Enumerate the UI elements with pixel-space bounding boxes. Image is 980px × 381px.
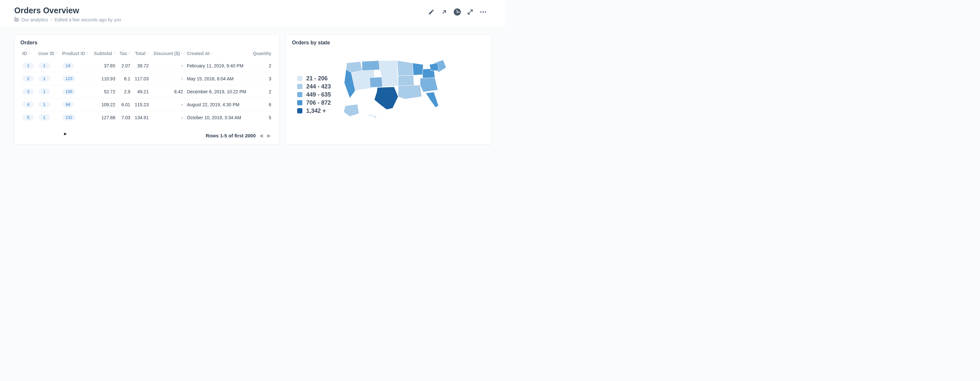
orders-card: Orders ID^ User ID^ Product ID^ Subtotal… (14, 34, 279, 144)
user-id-pill[interactable]: 1 (38, 114, 50, 121)
cell-total: 49.21 (132, 85, 151, 98)
map-legend: 21 - 206244 - 423449 - 635706 - 8721,342… (292, 62, 331, 114)
col-id[interactable]: ID^ (21, 49, 37, 59)
user-id-pill[interactable]: 1 (38, 76, 50, 82)
orders-by-state-card: Orders by state 21 - 206244 - 423449 - 6… (286, 34, 491, 144)
cell-subtotal: 109.22 (91, 98, 117, 111)
page-header: Orders Overview Our analytics • Edited a… (0, 0, 506, 27)
share-icon[interactable] (441, 8, 448, 16)
edited-label: Edited a few seconds ago by you (55, 17, 121, 22)
legend-item: 21 - 206 (297, 75, 331, 82)
product-id-pill[interactable]: 105 (62, 89, 76, 95)
legend-swatch (297, 76, 302, 81)
sort-icon: ^ (56, 52, 58, 56)
product-id-pill[interactable]: 123 (62, 76, 76, 82)
id-pill[interactable]: 1 (22, 62, 34, 69)
sort-icon: ^ (211, 52, 213, 56)
cell-subtotal: 127.88 (91, 111, 117, 124)
legend-label: 1,342 + (306, 108, 326, 114)
cell-tax: 6.01 (117, 98, 132, 111)
sort-icon: ^ (181, 52, 183, 56)
legend-item: 244 - 423 (297, 83, 331, 90)
col-total[interactable]: Total^ (132, 49, 151, 59)
fullscreen-icon[interactable] (467, 8, 474, 16)
table-row: 21123110.936.1117.03-May 15, 2018, 8:04 … (21, 72, 273, 85)
sort-icon: ^ (28, 52, 30, 56)
col-user-id[interactable]: User ID^ (37, 49, 60, 59)
id-pill[interactable]: 2 (22, 76, 34, 82)
cell-created-at: February 11, 2019, 9:40 PM (185, 59, 250, 72)
page-title: Orders Overview (14, 6, 121, 15)
legend-label: 706 - 872 (306, 100, 331, 106)
cell-quantity: 6 (250, 98, 273, 111)
col-discount[interactable]: Discount ($)^ (151, 49, 185, 59)
more-icon[interactable] (480, 8, 487, 16)
user-id-pill[interactable]: 1 (38, 89, 50, 95)
table-row: 111437.652.0739.72-February 11, 2019, 9:… (21, 59, 273, 72)
cell-total: 115.23 (132, 98, 151, 111)
product-id-pill[interactable]: 94 (62, 102, 74, 108)
cell-total: 39.72 (132, 59, 151, 72)
legend-label: 21 - 206 (306, 75, 328, 82)
sort-icon: ^ (113, 52, 115, 56)
cell-created-at: December 6, 2019, 10:22 PM (185, 85, 250, 98)
cell-tax: 2.07 (117, 59, 132, 72)
clock-icon[interactable] (454, 8, 461, 16)
cell-subtotal: 110.93 (91, 72, 117, 85)
prev-page-icon[interactable]: ◀ (259, 133, 264, 138)
sort-icon: ^ (86, 52, 89, 56)
cell-tax: 2.9 (117, 85, 132, 98)
cell-tax: 6.1 (117, 72, 132, 85)
cell-quantity: 2 (250, 59, 273, 72)
legend-item: 449 - 635 (297, 91, 331, 98)
product-id-pill[interactable]: 14 (62, 62, 74, 69)
id-pill[interactable]: 3 (22, 89, 34, 95)
user-id-pill[interactable]: 1 (38, 102, 50, 108)
cell-created-at: May 15, 2018, 8:04 AM (185, 72, 250, 85)
legend-swatch (297, 108, 302, 113)
col-created-at[interactable]: Created At^ (185, 49, 250, 59)
cell-discount: - (151, 59, 185, 72)
col-quantity[interactable]: Quantity (250, 49, 273, 59)
pagination: Rows 1-5 of first 2000 ◀ ▶ (21, 124, 273, 140)
svg-point-0 (369, 114, 371, 116)
cell-quantity: 3 (250, 72, 273, 85)
id-pill[interactable]: 4 (22, 102, 34, 108)
cell-discount: - (151, 72, 185, 85)
cell-discount: - (151, 98, 185, 111)
legend-label: 244 - 423 (306, 83, 331, 90)
col-tax[interactable]: Tax^ (117, 49, 132, 59)
edit-icon[interactable] (428, 8, 435, 16)
breadcrumb-folder[interactable]: Our analytics (21, 17, 48, 22)
cell-discount: - (151, 111, 185, 124)
col-subtotal[interactable]: Subtotal^ (91, 49, 117, 59)
legend-item: 706 - 872 (297, 100, 331, 106)
us-map[interactable] (340, 54, 485, 123)
mouse-cursor-icon: ➤ (63, 131, 67, 137)
cell-tax: 7.03 (117, 111, 132, 124)
user-id-pill[interactable]: 1 (38, 62, 50, 69)
cell-created-at: October 10, 2018, 3:34 AM (185, 111, 250, 124)
pagination-label: Rows 1-5 of first 2000 (206, 133, 256, 138)
legend-label: 449 - 635 (306, 91, 331, 98)
orders-table: ID^ User ID^ Product ID^ Subtotal^ Tax^ … (21, 49, 273, 124)
header-actions (428, 6, 491, 16)
legend-swatch (297, 92, 302, 97)
id-pill[interactable]: 5 (22, 114, 34, 121)
col-product-id[interactable]: Product ID^ (60, 49, 91, 59)
folder-icon (14, 18, 19, 22)
cell-quantity: 2 (250, 85, 273, 98)
cell-total: 117.03 (132, 72, 151, 85)
sort-icon: ^ (128, 52, 130, 56)
cell-subtotal: 52.72 (91, 85, 117, 98)
product-id-pill[interactable]: 132 (62, 114, 76, 121)
table-row: 3110552.722.949.216.42December 6, 2019, … (21, 85, 273, 98)
breadcrumb: Our analytics • Edited a few seconds ago… (14, 17, 121, 22)
cell-total: 134.91 (132, 111, 151, 124)
next-page-icon[interactable]: ▶ (267, 133, 271, 138)
separator-dot: • (51, 17, 52, 22)
cell-subtotal: 37.65 (91, 59, 117, 72)
map-card-title: Orders by state (292, 40, 485, 46)
cell-created-at: August 22, 2019, 4:30 PM (185, 98, 250, 111)
legend-swatch (297, 84, 302, 89)
